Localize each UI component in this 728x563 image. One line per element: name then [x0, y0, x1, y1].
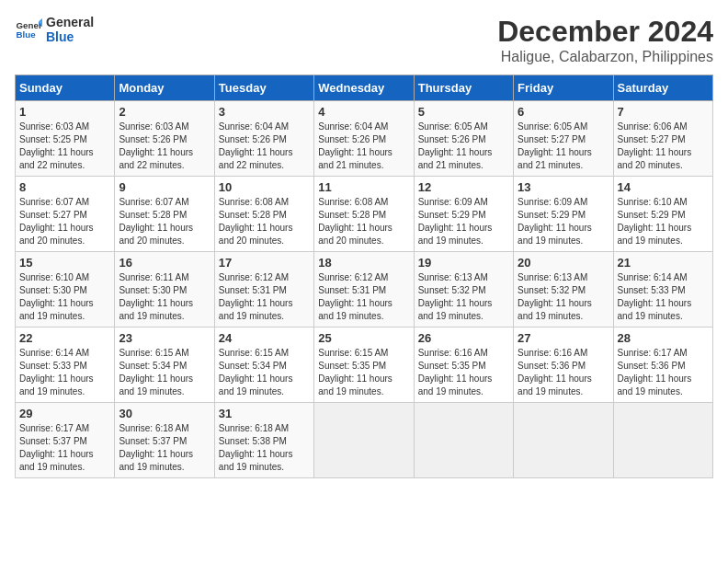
calendar-cell: 10Sunrise: 6:08 AM Sunset: 5:28 PM Dayli… [214, 177, 313, 252]
calendar-cell: 22Sunrise: 6:14 AM Sunset: 5:33 PM Dayli… [16, 327, 115, 403]
calendar-cell [514, 403, 613, 478]
calendar-week-row: 22Sunrise: 6:14 AM Sunset: 5:33 PM Dayli… [16, 327, 713, 403]
page-header: General Blue General Blue December 2024 … [15, 15, 713, 65]
calendar-cell: 28Sunrise: 6:17 AM Sunset: 5:36 PM Dayli… [613, 327, 712, 403]
calendar-cell [613, 403, 712, 478]
day-info: Sunrise: 6:03 AM Sunset: 5:25 PM Dayligh… [19, 121, 110, 172]
calendar-cell: 20Sunrise: 6:13 AM Sunset: 5:32 PM Dayli… [514, 252, 613, 327]
calendar-cell: 31Sunrise: 6:18 AM Sunset: 5:38 PM Dayli… [214, 403, 313, 478]
header-cell-monday: Monday [115, 75, 214, 101]
day-info: Sunrise: 6:15 AM Sunset: 5:34 PM Dayligh… [119, 347, 210, 398]
header-cell-thursday: Thursday [414, 75, 513, 101]
day-number: 27 [518, 331, 609, 345]
day-number: 19 [418, 256, 509, 270]
calendar-cell: 27Sunrise: 6:16 AM Sunset: 5:36 PM Dayli… [514, 327, 613, 403]
day-number: 12 [418, 180, 509, 194]
calendar-body: 1Sunrise: 6:03 AM Sunset: 5:25 PM Daylig… [16, 101, 713, 478]
day-info: Sunrise: 6:15 AM Sunset: 5:34 PM Dayligh… [219, 347, 310, 398]
day-info: Sunrise: 6:10 AM Sunset: 5:29 PM Dayligh… [618, 196, 709, 247]
day-number: 30 [119, 407, 210, 420]
day-number: 25 [318, 331, 409, 345]
calendar-cell: 12Sunrise: 6:09 AM Sunset: 5:29 PM Dayli… [414, 177, 513, 252]
day-info: Sunrise: 6:13 AM Sunset: 5:32 PM Dayligh… [518, 271, 609, 323]
calendar-cell: 1Sunrise: 6:03 AM Sunset: 5:25 PM Daylig… [16, 101, 115, 177]
day-info: Sunrise: 6:14 AM Sunset: 5:33 PM Dayligh… [618, 271, 709, 323]
svg-text:General: General [17, 20, 43, 30]
calendar-cell: 3Sunrise: 6:04 AM Sunset: 5:26 PM Daylig… [214, 101, 313, 177]
day-number: 1 [19, 105, 110, 119]
calendar-week-row: 8Sunrise: 6:07 AM Sunset: 5:27 PM Daylig… [16, 177, 713, 252]
day-info: Sunrise: 6:07 AM Sunset: 5:28 PM Dayligh… [119, 196, 210, 247]
calendar-cell: 14Sunrise: 6:10 AM Sunset: 5:29 PM Dayli… [613, 177, 712, 252]
calendar-cell: 26Sunrise: 6:16 AM Sunset: 5:35 PM Dayli… [414, 327, 513, 403]
day-info: Sunrise: 6:09 AM Sunset: 5:29 PM Dayligh… [418, 196, 509, 247]
day-info: Sunrise: 6:15 AM Sunset: 5:35 PM Dayligh… [318, 347, 409, 398]
day-number: 24 [219, 331, 310, 345]
day-number: 20 [518, 256, 609, 270]
day-info: Sunrise: 6:06 AM Sunset: 5:27 PM Dayligh… [618, 121, 709, 172]
day-number: 4 [318, 105, 409, 119]
day-info: Sunrise: 6:04 AM Sunset: 5:26 PM Dayligh… [318, 121, 409, 172]
logo-icon: General Blue [15, 16, 42, 43]
day-number: 29 [19, 407, 110, 420]
logo-line1: General [46, 15, 94, 29]
day-number: 23 [119, 331, 210, 345]
day-number: 16 [119, 256, 210, 270]
calendar-cell: 15Sunrise: 6:10 AM Sunset: 5:30 PM Dayli… [16, 252, 115, 327]
calendar-cell: 7Sunrise: 6:06 AM Sunset: 5:27 PM Daylig… [613, 101, 712, 177]
day-number: 6 [518, 105, 609, 119]
day-info: Sunrise: 6:12 AM Sunset: 5:31 PM Dayligh… [219, 271, 310, 323]
calendar-cell: 11Sunrise: 6:08 AM Sunset: 5:28 PM Dayli… [314, 177, 414, 252]
calendar-cell: 6Sunrise: 6:05 AM Sunset: 5:27 PM Daylig… [514, 101, 613, 177]
day-info: Sunrise: 6:05 AM Sunset: 5:27 PM Dayligh… [518, 121, 609, 172]
logo: General Blue General Blue [15, 15, 94, 44]
calendar-cell: 5Sunrise: 6:05 AM Sunset: 5:26 PM Daylig… [414, 101, 513, 177]
calendar-cell: 19Sunrise: 6:13 AM Sunset: 5:32 PM Dayli… [414, 252, 513, 327]
calendar-week-row: 1Sunrise: 6:03 AM Sunset: 5:25 PM Daylig… [16, 101, 713, 177]
logo-line2: Blue [46, 29, 94, 44]
day-info: Sunrise: 6:18 AM Sunset: 5:37 PM Dayligh… [119, 422, 210, 474]
day-number: 31 [219, 407, 310, 420]
calendar-cell: 16Sunrise: 6:11 AM Sunset: 5:30 PM Dayli… [115, 252, 214, 327]
calendar-cell: 13Sunrise: 6:09 AM Sunset: 5:29 PM Dayli… [514, 177, 613, 252]
calendar-cell: 4Sunrise: 6:04 AM Sunset: 5:26 PM Daylig… [314, 101, 414, 177]
day-info: Sunrise: 6:17 AM Sunset: 5:36 PM Dayligh… [618, 347, 709, 398]
calendar-cell: 24Sunrise: 6:15 AM Sunset: 5:34 PM Dayli… [214, 327, 313, 403]
day-info: Sunrise: 6:08 AM Sunset: 5:28 PM Dayligh… [318, 196, 409, 247]
calendar-cell [414, 403, 513, 478]
day-info: Sunrise: 6:10 AM Sunset: 5:30 PM Dayligh… [19, 271, 110, 323]
day-number: 8 [19, 180, 110, 194]
calendar-title: December 2024 [497, 15, 713, 49]
calendar-header-row: SundayMondayTuesdayWednesdayThursdayFrid… [16, 75, 713, 101]
day-number: 7 [618, 105, 709, 119]
day-number: 11 [318, 180, 409, 194]
header-cell-tuesday: Tuesday [214, 75, 313, 101]
day-info: Sunrise: 6:17 AM Sunset: 5:37 PM Dayligh… [19, 422, 110, 474]
day-number: 22 [19, 331, 110, 345]
day-info: Sunrise: 6:04 AM Sunset: 5:26 PM Dayligh… [219, 121, 310, 172]
header-cell-sunday: Sunday [16, 75, 115, 101]
day-info: Sunrise: 6:03 AM Sunset: 5:26 PM Dayligh… [119, 121, 210, 172]
calendar-cell: 17Sunrise: 6:12 AM Sunset: 5:31 PM Dayli… [214, 252, 313, 327]
day-number: 17 [219, 256, 310, 270]
day-number: 28 [618, 331, 709, 345]
header-cell-friday: Friday [514, 75, 613, 101]
calendar-cell: 30Sunrise: 6:18 AM Sunset: 5:37 PM Dayli… [115, 403, 214, 478]
calendar-cell: 29Sunrise: 6:17 AM Sunset: 5:37 PM Dayli… [16, 403, 115, 478]
calendar-subtitle: Haligue, Calabarzon, Philippines [497, 49, 713, 65]
header-cell-saturday: Saturday [613, 75, 712, 101]
day-number: 10 [219, 180, 310, 194]
day-info: Sunrise: 6:08 AM Sunset: 5:28 PM Dayligh… [219, 196, 310, 247]
day-number: 9 [119, 180, 210, 194]
day-number: 15 [19, 256, 110, 270]
day-number: 3 [219, 105, 310, 119]
day-number: 14 [618, 180, 709, 194]
day-info: Sunrise: 6:11 AM Sunset: 5:30 PM Dayligh… [119, 271, 210, 323]
day-info: Sunrise: 6:13 AM Sunset: 5:32 PM Dayligh… [418, 271, 509, 323]
calendar-cell: 21Sunrise: 6:14 AM Sunset: 5:33 PM Dayli… [613, 252, 712, 327]
calendar-cell [314, 403, 414, 478]
day-info: Sunrise: 6:07 AM Sunset: 5:27 PM Dayligh… [19, 196, 110, 247]
calendar-week-row: 15Sunrise: 6:10 AM Sunset: 5:30 PM Dayli… [16, 252, 713, 327]
title-block: December 2024 Haligue, Calabarzon, Phili… [497, 15, 713, 65]
calendar-cell: 25Sunrise: 6:15 AM Sunset: 5:35 PM Dayli… [314, 327, 414, 403]
